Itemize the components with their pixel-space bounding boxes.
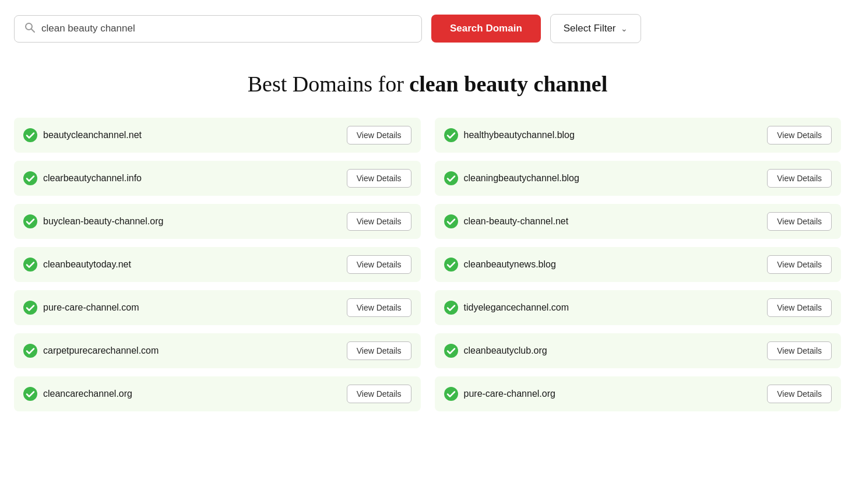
domain-left: tidyelegancechannel.com xyxy=(444,301,569,315)
svg-point-3 xyxy=(444,128,458,142)
check-icon xyxy=(23,214,37,228)
check-icon xyxy=(23,344,37,358)
domain-row: cleaningbeautychannel.blog View Details xyxy=(435,161,842,196)
view-details-button[interactable]: View Details xyxy=(347,126,411,144)
domain-row: cleanbeautyclub.org View Details xyxy=(435,333,842,368)
view-details-button[interactable]: View Details xyxy=(767,169,832,188)
view-details-button[interactable]: View Details xyxy=(767,126,832,144)
view-details-button[interactable]: View Details xyxy=(347,341,411,360)
domain-left: pure-care-channel.org xyxy=(444,387,555,401)
domain-row: pure-care-channel.com View Details xyxy=(14,290,421,325)
svg-point-12 xyxy=(23,344,37,358)
chevron-down-icon: ⌄ xyxy=(621,24,628,33)
domain-left: buyclean-beauty-channel.org xyxy=(23,214,163,228)
domain-left: healthybeautychannel.blog xyxy=(444,128,575,142)
domain-name: healthybeautychannel.blog xyxy=(464,130,575,140)
view-details-button[interactable]: View Details xyxy=(347,212,411,231)
domain-name: pure-care-channel.com xyxy=(43,302,139,313)
svg-point-8 xyxy=(23,258,37,272)
domain-name: cleaningbeautychannel.blog xyxy=(464,173,579,184)
domain-left: cleanbeautytoday.net xyxy=(23,258,131,272)
search-icon xyxy=(24,22,36,36)
domain-name: tidyelegancechannel.com xyxy=(464,302,569,313)
svg-point-7 xyxy=(444,214,458,228)
domain-left: carpetpurecarechannel.com xyxy=(23,344,159,358)
check-icon xyxy=(444,301,458,315)
domain-row: buyclean-beauty-channel.org View Details xyxy=(14,204,421,239)
svg-point-11 xyxy=(444,301,458,315)
domain-name: cleanbeautytoday.net xyxy=(43,259,131,270)
domain-left: clearbeautychannel.info xyxy=(23,171,142,185)
view-details-button[interactable]: View Details xyxy=(347,169,411,188)
title-prefix: Best Domains for xyxy=(248,72,410,96)
check-icon xyxy=(444,214,458,228)
svg-point-13 xyxy=(444,344,458,358)
page-title: Best Domains for clean beauty channel xyxy=(14,71,841,97)
view-details-button[interactable]: View Details xyxy=(347,255,411,274)
domain-row: clearbeautychannel.info View Details xyxy=(14,161,421,196)
view-details-button[interactable]: View Details xyxy=(767,341,832,360)
domain-grid: beautycleanchannel.net View Details heal… xyxy=(14,118,841,411)
svg-point-4 xyxy=(23,171,37,185)
check-icon xyxy=(444,258,458,272)
domain-name: pure-care-channel.org xyxy=(464,389,555,399)
view-details-button[interactable]: View Details xyxy=(767,385,832,403)
check-icon xyxy=(444,344,458,358)
svg-point-6 xyxy=(23,214,37,228)
domain-left: cleanbeautynews.blog xyxy=(444,258,556,272)
domain-row: tidyelegancechannel.com View Details xyxy=(435,290,842,325)
domain-name: clean-beauty-channel.net xyxy=(464,216,569,227)
check-icon xyxy=(444,171,458,185)
search-domain-button[interactable]: Search Domain xyxy=(431,15,541,43)
domain-left: pure-care-channel.com xyxy=(23,301,139,315)
domain-row: beautycleanchannel.net View Details xyxy=(14,118,421,153)
domain-name: cleanbeautyclub.org xyxy=(464,346,547,356)
search-box xyxy=(14,15,422,43)
domain-row: cleanbeautynews.blog View Details xyxy=(435,247,842,282)
domain-row: cleancarechannel.org View Details xyxy=(14,376,421,411)
check-icon xyxy=(23,387,37,401)
top-bar: Search Domain Select Filter ⌄ xyxy=(14,9,841,48)
view-details-button[interactable]: View Details xyxy=(347,385,411,403)
svg-point-15 xyxy=(444,387,458,401)
check-icon xyxy=(23,171,37,185)
filter-button[interactable]: Select Filter ⌄ xyxy=(550,14,641,43)
domain-left: beautycleanchannel.net xyxy=(23,128,142,142)
view-details-button[interactable]: View Details xyxy=(767,212,832,231)
domain-name: beautycleanchannel.net xyxy=(43,130,142,140)
view-details-button[interactable]: View Details xyxy=(767,298,832,317)
check-icon xyxy=(444,128,458,142)
domain-name: cleanbeautynews.blog xyxy=(464,259,556,270)
domain-left: cleaningbeautychannel.blog xyxy=(444,171,579,185)
domain-left: clean-beauty-channel.net xyxy=(444,214,569,228)
domain-name: cleancarechannel.org xyxy=(43,389,132,399)
domain-name: carpetpurecarechannel.com xyxy=(43,346,159,356)
domain-row: healthybeautychannel.blog View Details xyxy=(435,118,842,153)
filter-label: Select Filter xyxy=(564,23,616,34)
title-keyword: clean beauty channel xyxy=(409,72,607,96)
check-icon xyxy=(23,258,37,272)
svg-point-14 xyxy=(23,387,37,401)
view-details-button[interactable]: View Details xyxy=(347,298,411,317)
domain-name: clearbeautychannel.info xyxy=(43,173,142,184)
svg-point-2 xyxy=(23,128,37,142)
svg-point-9 xyxy=(444,258,458,272)
check-icon xyxy=(23,128,37,142)
domain-left: cleanbeautyclub.org xyxy=(444,344,547,358)
domain-left: cleancarechannel.org xyxy=(23,387,132,401)
domain-row: pure-care-channel.org View Details xyxy=(435,376,842,411)
domain-row: clean-beauty-channel.net View Details xyxy=(435,204,842,239)
view-details-button[interactable]: View Details xyxy=(767,255,832,274)
check-icon xyxy=(444,387,458,401)
domain-row: carpetpurecarechannel.com View Details xyxy=(14,333,421,368)
svg-line-1 xyxy=(31,29,35,32)
svg-point-10 xyxy=(23,301,37,315)
svg-point-5 xyxy=(444,171,458,185)
check-icon xyxy=(23,301,37,315)
domain-name: buyclean-beauty-channel.org xyxy=(43,216,163,227)
search-input[interactable] xyxy=(41,23,412,34)
domain-row: cleanbeautytoday.net View Details xyxy=(14,247,421,282)
